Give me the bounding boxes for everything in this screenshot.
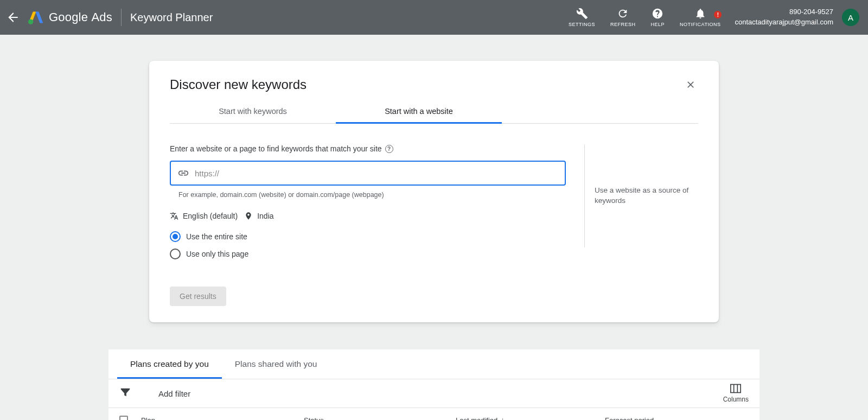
tab-plans-shared[interactable]: Plans shared with you xyxy=(222,349,330,379)
filter-button[interactable] xyxy=(119,386,131,400)
card-title: Discover new keywords xyxy=(170,77,307,92)
location-pin-icon xyxy=(244,212,253,220)
col-forecast-period[interactable]: Forecast period xyxy=(605,416,749,421)
add-filter-button[interactable]: Add filter xyxy=(158,389,190,398)
translate-icon xyxy=(170,212,178,220)
back-button[interactable] xyxy=(0,10,26,24)
plans-table-header: Plan Status Last modified ↓ Forecast per… xyxy=(108,408,760,420)
link-icon xyxy=(177,167,189,179)
notifications-button[interactable]: ! NOTIFICATIONS xyxy=(672,8,728,27)
tab-plans-mine[interactable]: Plans created by you xyxy=(117,349,222,379)
scope-radio-group: Use the entire site Use only this page xyxy=(170,228,566,263)
app-header: Google Ads Keyword Planner SETTINGS REFR… xyxy=(0,0,868,35)
help-button[interactable]: HELP xyxy=(643,8,673,27)
account-email: contactadityarajput@gmail.com xyxy=(735,17,833,28)
plans-toolbar: Add filter Columns xyxy=(108,379,760,408)
account-info[interactable]: 890-204-9527 contactadityarajput@gmail.c… xyxy=(728,7,840,28)
tab-start-website[interactable]: Start with a website xyxy=(336,100,502,124)
account-id: 890-204-9527 xyxy=(789,7,833,17)
discover-keywords-card: Discover new keywords Start with keyword… xyxy=(149,61,719,322)
url-input[interactable] xyxy=(195,169,558,178)
main-scroll[interactable]: Discover new keywords Start with keyword… xyxy=(0,35,868,420)
svg-rect-1 xyxy=(731,385,741,393)
refresh-icon xyxy=(617,8,629,20)
wrench-icon xyxy=(576,8,588,20)
get-results-button[interactable]: Get results xyxy=(170,287,226,306)
sort-arrow-down-icon: ↓ xyxy=(501,416,505,420)
close-button[interactable] xyxy=(683,77,698,95)
settings-button[interactable]: SETTINGS xyxy=(561,8,603,27)
bell-icon xyxy=(694,8,706,20)
brand-block: Google Ads xyxy=(26,10,112,25)
url-input-wrap[interactable] xyxy=(170,161,566,186)
radio-unchecked-icon xyxy=(170,249,181,259)
plans-panel: Plans created by you Plans shared with y… xyxy=(108,349,760,420)
language-chip[interactable]: English (default) xyxy=(183,212,238,220)
side-tip: Use a website as a source of keywords xyxy=(584,144,698,247)
targeting-chips: English (default) India xyxy=(170,212,566,220)
svg-point-0 xyxy=(28,20,33,24)
location-chip[interactable]: India xyxy=(257,212,273,220)
col-plan[interactable]: Plan xyxy=(141,416,304,421)
radio-checked-icon xyxy=(170,231,181,242)
help-icon[interactable]: ? xyxy=(385,145,393,153)
help-circle-icon xyxy=(652,8,663,20)
brand-text: Google Ads xyxy=(49,10,112,24)
avatar[interactable]: A xyxy=(842,9,859,26)
card-tabs: Start with keywords Start with a website xyxy=(170,100,698,124)
radio-only-page[interactable]: Use only this page xyxy=(170,245,566,263)
radio-entire-site[interactable]: Use the entire site xyxy=(170,228,566,245)
columns-icon xyxy=(730,384,741,393)
plans-tabs: Plans created by you Plans shared with y… xyxy=(108,349,760,379)
close-icon xyxy=(685,79,696,90)
url-field-label: Enter a website or a page to find keywor… xyxy=(170,144,566,153)
col-status[interactable]: Status xyxy=(304,416,456,421)
google-ads-logo-icon xyxy=(28,10,43,25)
page-title: Keyword Planner xyxy=(130,11,213,24)
tab-start-keywords[interactable]: Start with keywords xyxy=(170,100,336,123)
url-hint: For example, domain.com (website) or dom… xyxy=(178,191,566,199)
refresh-button[interactable]: REFRESH xyxy=(603,8,643,27)
vertical-divider xyxy=(121,9,122,26)
notification-badge: ! xyxy=(714,11,722,18)
select-all-checkbox[interactable] xyxy=(119,416,128,420)
col-last-modified[interactable]: Last modified ↓ xyxy=(456,416,605,420)
filter-icon xyxy=(119,386,131,398)
columns-button[interactable]: Columns xyxy=(723,384,749,403)
